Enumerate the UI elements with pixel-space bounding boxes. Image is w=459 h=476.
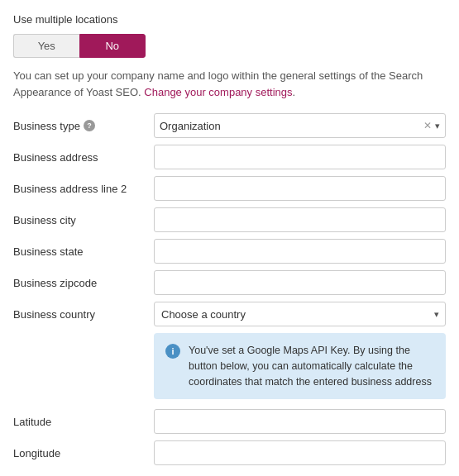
business-country-select-wrapper: Choose a country ▾ (154, 302, 446, 326)
business-zipcode-row: Business zipcode (13, 270, 446, 295)
business-country-row: Business country Choose a country ▾ (13, 302, 446, 326)
business-address-input[interactable] (154, 145, 446, 169)
google-maps-info-box: i You've set a Google Maps API Key. By u… (154, 333, 446, 399)
info-text: You can set up your company name and log… (13, 68, 446, 100)
use-multiple-locations-section: Use multiple locations Yes No You can se… (13, 13, 446, 465)
business-state-label: Business state (13, 245, 154, 258)
business-address-label: Business address (13, 151, 154, 164)
business-address-line2-input[interactable] (154, 176, 446, 201)
business-type-select-wrapper[interactable]: Organization ✕ ▾ (154, 113, 446, 138)
business-type-chevron-icon[interactable]: ▾ (435, 121, 440, 131)
latitude-label: Latitude (13, 416, 154, 428)
business-country-select[interactable]: Choose a country (154, 302, 446, 326)
business-state-row: Business state (13, 239, 446, 264)
longitude-input[interactable] (154, 440, 446, 465)
business-zipcode-label: Business zipcode (13, 277, 154, 289)
business-country-label: Business country (13, 308, 154, 321)
business-address-row: Business address (13, 145, 446, 169)
latitude-row: Latitude (13, 409, 446, 434)
business-type-value: Organization (160, 120, 423, 132)
company-settings-link[interactable]: Change your company settings (144, 86, 292, 98)
business-address-line2-label: Business address line 2 (13, 183, 154, 195)
toggle-group: Yes No (13, 34, 146, 58)
longitude-label: Longitude (13, 447, 154, 459)
info-icon: i (165, 344, 180, 359)
business-state-input[interactable] (154, 239, 446, 264)
toggle-yes-button[interactable]: Yes (13, 34, 79, 58)
business-type-label: Business type ? (13, 120, 154, 132)
business-city-input[interactable] (154, 207, 446, 232)
business-type-clear-icon[interactable]: ✕ (423, 120, 432, 131)
longitude-row: Longitude (13, 440, 446, 465)
business-address-line2-row: Business address line 2 (13, 176, 446, 201)
business-city-label: Business city (13, 214, 154, 226)
latitude-input[interactable] (154, 409, 446, 434)
info-box-text: You've set a Google Maps API Key. By usi… (189, 343, 434, 389)
business-city-row: Business city (13, 207, 446, 232)
section-title: Use multiple locations (13, 13, 446, 26)
business-type-help-icon[interactable]: ? (84, 120, 95, 131)
business-type-row: Business type ? Organization ✕ ▾ (13, 113, 446, 138)
business-zipcode-input[interactable] (154, 270, 446, 295)
toggle-no-button[interactable]: No (79, 34, 146, 58)
